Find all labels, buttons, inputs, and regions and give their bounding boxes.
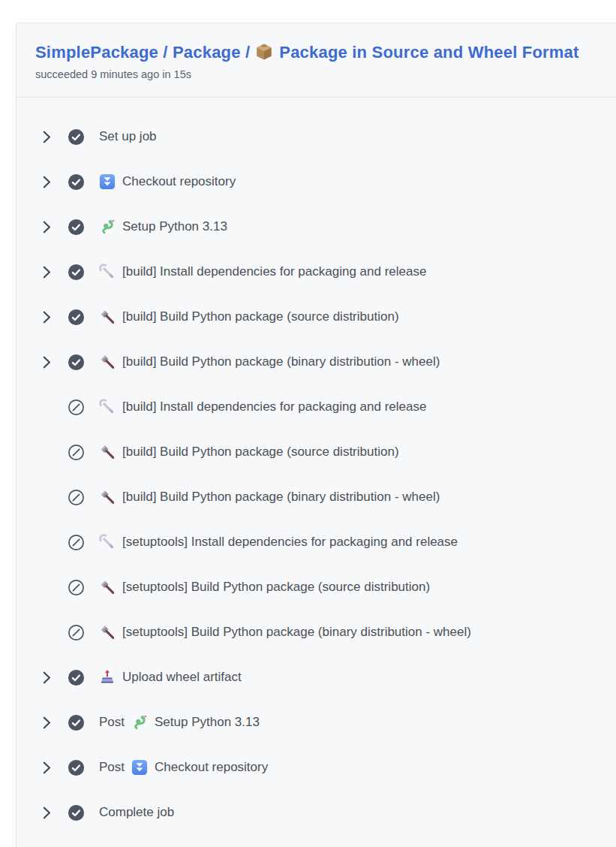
chevron-right-icon[interactable] xyxy=(43,176,53,188)
success-icon xyxy=(68,714,85,731)
skipped-icon xyxy=(68,534,85,551)
step-row: [build] Install dependencies for packagi… xyxy=(17,384,616,430)
step-row[interactable]: PostSetup Python 3.13 xyxy=(17,700,616,745)
step-row: [setuptools] Install dependencies for pa… xyxy=(17,520,616,565)
snake-icon xyxy=(131,714,148,731)
step-label: [setuptools] Build Python package (sourc… xyxy=(122,580,430,595)
step-label: [build] Install dependencies for packagi… xyxy=(122,399,426,414)
step-prefix: Post xyxy=(99,760,125,775)
step-row[interactable]: [build] Install dependencies for packagi… xyxy=(17,249,616,294)
chevron-right-icon[interactable] xyxy=(43,221,53,234)
step-label: Complete job xyxy=(99,805,174,820)
step-label: [build] Build Python package (binary dis… xyxy=(122,354,440,369)
run-title[interactable]: Package in Source and Wheel Format xyxy=(279,43,578,62)
success-icon xyxy=(68,759,85,776)
step-row[interactable]: [build] Build Python package (binary dis… xyxy=(17,339,616,384)
step-row: [build] Build Python package (binary dis… xyxy=(17,475,616,520)
skipped-icon xyxy=(68,489,85,506)
success-icon xyxy=(68,219,85,236)
step-row: [build] Build Python package (source dis… xyxy=(17,430,616,475)
step-row: [setuptools] Build Python package (binar… xyxy=(17,610,616,655)
fast-down-icon xyxy=(131,759,148,776)
steps-list: Set up jobCheckout repositorySetup Pytho… xyxy=(17,98,616,835)
page-title: SimplePackage / Package / Package in Sou… xyxy=(35,42,604,63)
success-icon xyxy=(68,804,85,821)
hammer-icon xyxy=(99,489,116,505)
step-label: Setup Python 3.13 xyxy=(155,715,260,730)
step-prefix: Post xyxy=(99,715,125,730)
breadcrumb[interactable]: SimplePackage / Package / xyxy=(35,43,250,62)
step-row[interactable]: Upload wheel artifact xyxy=(17,655,616,700)
step-row[interactable]: Set up job xyxy=(17,114,616,159)
step-label: Checkout repository xyxy=(122,174,236,189)
wrench-icon xyxy=(99,399,116,415)
job-steps-card: SimplePackage / Package / Package in Sou… xyxy=(16,23,616,847)
step-label: [build] Build Python package (source dis… xyxy=(122,309,399,324)
success-icon xyxy=(68,173,85,191)
skipped-icon xyxy=(68,624,85,641)
chevron-right-icon[interactable] xyxy=(43,761,53,774)
wrench-icon xyxy=(99,534,116,550)
success-icon xyxy=(68,309,85,326)
hammer-icon xyxy=(99,444,116,460)
chevron-right-icon[interactable] xyxy=(43,716,53,729)
chevron-right-icon[interactable] xyxy=(43,356,53,369)
step-row[interactable]: Setup Python 3.13 xyxy=(17,204,616,249)
step-label: [build] Install dependencies for packagi… xyxy=(122,264,426,279)
chevron-right-icon[interactable] xyxy=(43,131,53,143)
step-row: [setuptools] Build Python package (sourc… xyxy=(17,565,616,610)
hammer-icon xyxy=(99,579,116,595)
outbox-icon xyxy=(99,669,116,686)
step-row[interactable]: Checkout repository xyxy=(17,159,616,204)
skipped-icon xyxy=(68,579,85,596)
chevron-right-icon[interactable] xyxy=(43,266,53,279)
step-row[interactable]: [build] Build Python package (source dis… xyxy=(17,294,616,339)
step-row[interactable]: Complete job xyxy=(17,790,616,835)
chevron-right-icon[interactable] xyxy=(43,671,53,684)
wrench-icon xyxy=(99,264,116,280)
job-header: SimplePackage / Package / Package in Sou… xyxy=(17,23,616,81)
step-label: [setuptools] Install dependencies for pa… xyxy=(122,535,458,550)
package-icon xyxy=(254,42,274,62)
run-status-line: succeeded 9 minutes ago in 15s xyxy=(35,68,604,81)
success-icon xyxy=(68,128,85,146)
success-icon xyxy=(68,669,85,686)
step-label: Setup Python 3.13 xyxy=(122,219,227,234)
snake-icon xyxy=(99,219,116,235)
step-label: Set up job xyxy=(99,129,157,144)
step-label: [build] Build Python package (binary dis… xyxy=(122,490,440,505)
step-label: [setuptools] Build Python package (binar… xyxy=(122,625,471,640)
step-label: Checkout repository xyxy=(155,760,268,775)
fast-down-icon xyxy=(99,173,116,190)
hammer-icon xyxy=(99,309,116,325)
skipped-icon xyxy=(68,444,85,461)
hammer-icon xyxy=(99,624,116,641)
success-icon xyxy=(68,264,85,281)
skipped-icon xyxy=(68,399,85,416)
step-label: [build] Build Python package (source dis… xyxy=(122,445,399,460)
step-row[interactable]: PostCheckout repository xyxy=(17,745,616,790)
success-icon xyxy=(68,354,85,371)
chevron-right-icon[interactable] xyxy=(43,311,53,324)
step-label: Upload wheel artifact xyxy=(122,670,242,685)
hammer-icon xyxy=(99,354,116,370)
chevron-right-icon[interactable] xyxy=(43,806,53,819)
